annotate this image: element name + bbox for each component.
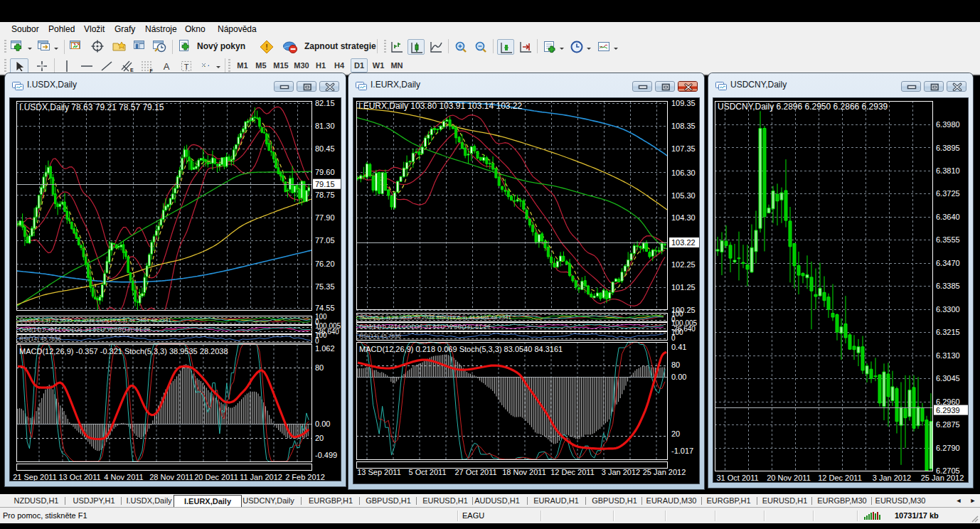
svg-text:5 Oct 2011: 5 Oct 2011 <box>409 468 447 476</box>
svg-text:80: 80 <box>315 363 324 372</box>
svg-text:12 Dec 2011: 12 Dec 2011 <box>818 474 862 482</box>
svg-text:6.3980: 6.3980 <box>936 120 960 129</box>
svg-text:T: T <box>184 63 189 71</box>
svg-text:MACD(12,26,9) -0.357 -0.321 S: MACD(12,26,9) -0.357 -0.321 Stoch(5,3,3)… <box>19 347 228 356</box>
svg-text:11 Jan 2012: 11 Jan 2012 <box>240 473 282 481</box>
svg-text:79.15: 79.15 <box>315 180 335 188</box>
svg-text:6.3640: 6.3640 <box>936 213 960 221</box>
svg-text:31 Oct 2011: 31 Oct 2011 <box>716 474 758 482</box>
svg-text:0.00: 0.00 <box>671 373 686 381</box>
svg-text:78.75: 78.75 <box>315 191 335 199</box>
svg-text:109.35: 109.35 <box>671 99 696 107</box>
svg-text:107.35: 107.35 <box>671 144 696 153</box>
svg-text:20 Nov 2011: 20 Nov 2011 <box>767 474 811 482</box>
svg-text:76.20: 76.20 <box>315 260 335 268</box>
svg-text:18 Nov 2011: 18 Nov 2011 <box>502 468 546 476</box>
svg-text:Stoch(5,3,3) 28.9535 28.2038: Stoch(5,3,3) 28.9535 28.2038 Stch(19,6,3… <box>19 317 171 324</box>
svg-text:!: ! <box>265 43 268 51</box>
svg-text:6.3725: 6.3725 <box>936 189 960 198</box>
svg-text:103.22: 103.22 <box>671 238 696 247</box>
svg-text:74.55: 74.55 <box>315 304 335 312</box>
svg-text:82.15: 82.15 <box>315 99 335 107</box>
svg-text:0: 0 <box>671 334 676 342</box>
svg-text:6.2960: 6.2960 <box>936 397 960 406</box>
svg-text:Stoch(5,3,3) 28.9535 28.2038: Stoch(5,3,3) 28.9535 28.2038 Stch(19,6,3… <box>359 314 511 321</box>
svg-text:6.3300: 6.3300 <box>936 305 960 314</box>
svg-text:0.41: 0.41 <box>671 343 686 351</box>
svg-text:12 Dec 2011: 12 Dec 2011 <box>550 468 595 476</box>
svg-text:20: 20 <box>671 429 680 438</box>
svg-text:75.35: 75.35 <box>315 282 335 291</box>
svg-text:77.05: 77.05 <box>315 236 335 245</box>
svg-text:3 Jan 2012: 3 Jan 2012 <box>873 474 911 482</box>
svg-text:I.EURX,Daily 103.80 103.91 10: I.EURX,Daily 103.80 103.91 103.14 103.22 <box>358 101 522 111</box>
svg-text:E: E <box>130 68 134 73</box>
svg-text:80.45: 80.45 <box>315 144 335 153</box>
svg-text:25 Jan 2012: 25 Jan 2012 <box>643 468 686 476</box>
svg-text:13 Sep 2011: 13 Sep 2011 <box>357 468 401 476</box>
svg-text:-1.017: -1.017 <box>671 447 693 455</box>
svg-text:13 Oct 2011: 13 Oct 2011 <box>58 473 100 481</box>
svg-text:80: 80 <box>671 360 680 369</box>
svg-text:6.2939: 6.2939 <box>936 406 960 415</box>
svg-text:3 Jan 2012: 3 Jan 2012 <box>602 468 640 476</box>
svg-text:6.3470: 6.3470 <box>936 259 960 267</box>
svg-text:20 Dec 2011: 20 Dec 2011 <box>194 473 238 481</box>
svg-text:0.00: 0.00 <box>315 420 330 428</box>
svg-text:USDCNY,Daily 6.2896 6.2950 6.: USDCNY,Daily 6.2896 6.2950 6.2866 6.2939 <box>718 102 888 112</box>
svg-text:6.2790: 6.2790 <box>936 444 960 452</box>
svg-text:I.USDX,Daily 78.63 79.21 78.5: I.USDX,Daily 78.63 79.21 78.57 79.15 <box>19 102 164 112</box>
svg-text:DeM(14) 0.4614 CCI(14) -81.62: DeM(14) 0.4614 CCI(14) -81.6212 W%R(14) … <box>359 324 490 330</box>
svg-text:A: A <box>164 61 170 72</box>
svg-text:77.90: 77.90 <box>315 213 335 222</box>
svg-text:6.3385: 6.3385 <box>936 282 960 290</box>
svg-text:6.3810: 6.3810 <box>936 166 960 175</box>
svg-text:108.35: 108.35 <box>671 122 696 130</box>
svg-text:6.3130: 6.3130 <box>936 351 960 360</box>
svg-text:104.30: 104.30 <box>671 213 696 222</box>
svg-text:6.3555: 6.3555 <box>936 235 960 244</box>
svg-text:4 Nov 2011: 4 Nov 2011 <box>104 473 143 481</box>
svg-text:28 Nov 2011: 28 Nov 2011 <box>149 473 193 481</box>
svg-text:RSI(14) 45.7636: RSI(14) 45.7636 <box>19 336 61 342</box>
svg-text:25 Jan 2012: 25 Jan 2012 <box>921 474 964 482</box>
svg-text:6.2875: 6.2875 <box>936 420 960 429</box>
svg-text:6.3215: 6.3215 <box>936 328 960 336</box>
svg-text:101.25: 101.25 <box>671 283 696 292</box>
svg-text:DeM(14) 0.4614 CCI(14) -81.62: DeM(14) 0.4614 CCI(14) -81.6212 W%R(14) … <box>19 326 150 333</box>
svg-text:102.25: 102.25 <box>671 260 696 269</box>
svg-text:20: 20 <box>315 434 324 442</box>
svg-text:27 Oct 2011: 27 Oct 2011 <box>454 468 496 476</box>
svg-text:MACD(12,26,9) 0.218 0.069 Sto: MACD(12,26,9) 0.218 0.069 Stoch(5,3,3) 8… <box>359 345 563 353</box>
svg-text:81.30: 81.30 <box>315 122 335 130</box>
svg-text:6.3045: 6.3045 <box>936 374 960 383</box>
svg-text:-0.499: -0.499 <box>315 451 337 459</box>
svg-text:6.3895: 6.3895 <box>936 144 960 152</box>
svg-text:2 Feb 2012: 2 Feb 2012 <box>285 473 325 481</box>
svg-text:79.60: 79.60 <box>315 168 335 176</box>
svg-text:21 Sep 2011: 21 Sep 2011 <box>13 473 57 481</box>
svg-text:F: F <box>150 68 154 73</box>
svg-text:106.30: 106.30 <box>671 169 696 177</box>
svg-text:105.30: 105.30 <box>671 191 696 200</box>
svg-text:RSI(14) 45.7636: RSI(14) 45.7636 <box>359 333 401 339</box>
svg-text:1.062: 1.062 <box>315 344 335 353</box>
